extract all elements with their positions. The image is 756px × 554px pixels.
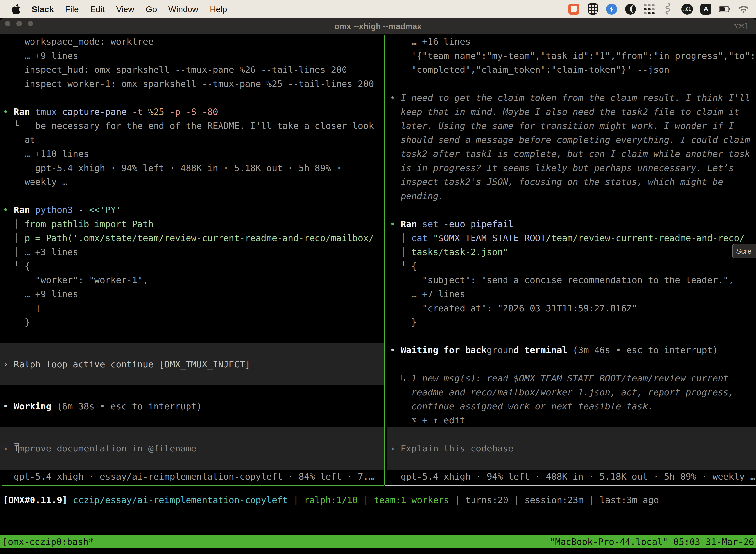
terminal-line: gpt-5.4 xhigh · 94% left · 488K in · 5.1… — [387, 469, 756, 484]
terminal-line: "subject": "send a concise recommendatio… — [387, 273, 756, 287]
terminal-line: • I need to get the claim token from the… — [387, 91, 756, 105]
terminal-line: pending. — [387, 189, 756, 203]
terminal-line: inspect_hud: omx sparkshell --tmux-pane … — [0, 63, 384, 77]
pane-divider[interactable] — [384, 35, 385, 486]
terminal-line — [0, 91, 384, 105]
wifi-icon[interactable] — [738, 3, 750, 15]
blue-bolt-icon[interactable] — [606, 3, 618, 15]
terminal-line: "completed","claim_token":"claim-token"}… — [387, 63, 756, 77]
terminal-line: • Ran set -euo pipefail — [387, 217, 756, 231]
prompt-row[interactable]: › Explain this codebase — [387, 442, 756, 456]
terminal-line — [387, 357, 756, 372]
window-title: omx --xhigh --madmax — [0, 18, 756, 34]
terminal-line: continue assigned work or next feasible … — [387, 399, 756, 413]
terminal-line: gpt-5.4 xhigh · 94% left · 488K in · 5.1… — [0, 161, 384, 175]
terminal-line — [0, 329, 384, 343]
terminal-line: … +9 lines — [0, 287, 384, 301]
window-shortcut: ⌥⌘1 — [734, 18, 749, 34]
terminal-line: task2 after task1 is complete, but can I… — [387, 147, 756, 161]
menu-go[interactable]: Go — [145, 4, 157, 14]
menu-view[interactable]: View — [116, 4, 134, 14]
tmux-session-label: [omx-cczip0:bash* — [0, 537, 94, 547]
grid-shield-icon[interactable] — [587, 3, 599, 15]
prompt-row[interactable]: › Improve documentation in @filename — [0, 442, 384, 456]
terminal-line: "created_at": "2026-03-31T11:59:27.816Z" — [387, 301, 756, 316]
prompt-row[interactable] — [0, 428, 384, 442]
crescent-icon[interactable] — [625, 3, 636, 15]
terminal-line: at — [0, 133, 384, 147]
terminal-line: │ p = Path('.omx/state/team/review-curre… — [0, 231, 384, 245]
menu-file[interactable]: File — [65, 4, 79, 14]
terminal-line: │ cat "$OMX_TEAM_STATE_ROOT/team/review-… — [387, 231, 756, 245]
terminal-line: inspect_worker-1: omx sparkshell --tmux-… — [0, 77, 384, 91]
prompt-row[interactable]: › Ralph loop active continue [OMX_TMUX_I… — [0, 357, 384, 372]
prompt-row[interactable] — [387, 428, 756, 442]
terminal-line: • Ran python3 - <<'PY' — [0, 203, 384, 217]
terminal-line: … +7 lines — [387, 287, 756, 301]
tmux-status-bar: [omx-cczip0:bash* "MacBook-Pro-44.local"… — [0, 535, 756, 548]
left-terminal-pane[interactable]: workspace_mode: worktree … +9 lines insp… — [0, 35, 384, 486]
terminal-line — [387, 203, 756, 217]
right-terminal-pane[interactable]: … +16 lines '{"team_name":"my-team","tas… — [387, 35, 756, 486]
terminal-line: inspect task2's JSON, focusing on the st… — [387, 175, 756, 189]
left-pane-border — [2, 486, 384, 486]
menu-status-icons: ..61 A — [568, 3, 756, 15]
prompt-row[interactable] — [387, 455, 756, 469]
terminal-line: └ { — [387, 259, 756, 273]
menu-items: SlackFileEditViewGoWindowHelp — [32, 4, 227, 14]
dots-grid-icon[interactable] — [643, 3, 655, 15]
input-source-icon[interactable]: A — [700, 3, 712, 15]
terminal-line: │ tasks/task-2.json" — [387, 245, 756, 259]
terminal-line: is in progress? It seems likely but perh… — [387, 161, 756, 175]
terminal-line: └ { — [0, 259, 384, 273]
terminal-line — [0, 413, 384, 428]
count-badge[interactable]: ..61 — [681, 3, 693, 15]
terminal-line: weekly … — [0, 175, 384, 189]
menu-window[interactable]: Window — [169, 4, 198, 14]
terminal-line: … +110 lines — [0, 147, 384, 161]
terminal-line: later. Using the same for transition mig… — [387, 119, 756, 133]
terminal-line: • Ran tmux capture-pane -t %25 -p -S -80 — [0, 105, 384, 119]
terminal-line: ] — [0, 301, 384, 316]
terminal-line: ⌥ + ↑ edit — [387, 413, 756, 428]
window-titlebar[interactable]: omx --xhigh --madmax ⌥⌘1 — [0, 18, 756, 34]
terminal-line: • Waiting for background terminal (3m 46… — [387, 343, 756, 357]
screenshot-tooltip: Scre — [732, 244, 756, 258]
terminal-line: … +9 lines — [0, 49, 384, 63]
terminal-line: ↳ 1 new msg(s): read $OMX_TEAM_STATE_ROO… — [387, 371, 756, 385]
menu-help[interactable]: Help — [210, 4, 227, 14]
terminal-line — [0, 385, 384, 400]
terminal-line: workspace_mode: worktree — [0, 35, 384, 49]
apple-menu-icon[interactable] — [12, 3, 22, 15]
prompt-row[interactable] — [0, 371, 384, 385]
macos-menu-bar: SlackFileEditViewGoWindowHelp — [0, 0, 756, 18]
menu-edit[interactable]: Edit — [90, 4, 105, 14]
menu-slack[interactable]: Slack — [32, 4, 54, 14]
terminal-line: should send a message before completing … — [387, 133, 756, 147]
battery-icon[interactable] — [719, 3, 731, 15]
terminal-line — [387, 77, 756, 91]
squiggle-icon[interactable] — [662, 3, 674, 15]
terminal-line: └ be necessary for the end of the README… — [0, 119, 384, 133]
tmux-host-clock: "MacBook-Pro-44.local" 05:03 31-Mar-26 — [550, 537, 756, 547]
terminal-line: keep that in mind. Maybe I also need the… — [387, 105, 756, 119]
terminal-line: │ … +3 lines — [0, 245, 384, 259]
right-pane-border — [385, 486, 756, 486]
terminal-line: │ from pathlib import Path — [0, 217, 384, 231]
terminal-line: '{"team_name":"my-team","task_id":"1","f… — [387, 49, 756, 63]
terminal-line: } — [387, 315, 756, 329]
terminal-line: "worker": "worker-1", — [0, 273, 384, 287]
screen: SlackFileEditViewGoWindowHelp — [0, 0, 756, 554]
terminal-line — [0, 189, 384, 203]
terminal-window: omx --xhigh --madmax ⌥⌘1 workspace_mode:… — [0, 18, 756, 554]
prompt-row[interactable] — [0, 455, 384, 469]
terminal-line: • Working (6m 38s • esc to interrupt) — [0, 399, 384, 413]
prompt-row[interactable] — [0, 343, 384, 357]
terminal-line: readme-and-reco/mailbox/worker-1.json, a… — [387, 385, 756, 400]
terminal-line: } — [0, 315, 384, 329]
terminal-line: … +16 lines — [387, 35, 756, 49]
omx-status-line: [OMX#0.11.9] cczip/essay/ai-reimplementa… — [3, 493, 659, 507]
terminal-line — [387, 329, 756, 343]
chat-bubble-icon[interactable] — [568, 3, 580, 15]
terminal-line: gpt-5.4 xhigh · essay/ai-reimplementatio… — [0, 469, 384, 484]
